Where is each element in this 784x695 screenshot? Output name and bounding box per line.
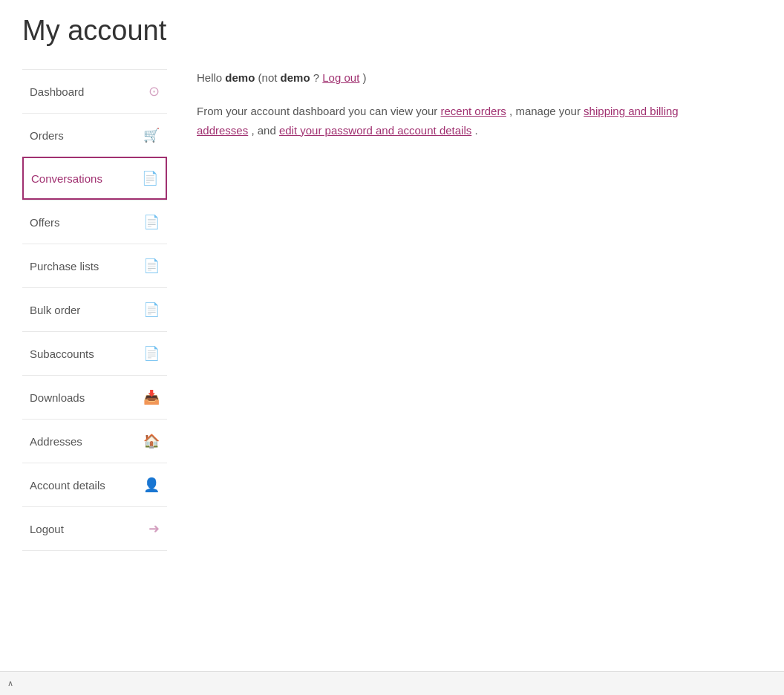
sidebar-item-subaccounts[interactable]: Subaccounts📄 (22, 331, 167, 375)
sidebar-item-account-details[interactable]: Account details👤 (22, 463, 167, 506)
greeting-text: Hello demo (not demo ? Log out ) (197, 69, 731, 87)
page-title: My account (0, 0, 784, 69)
desc-end: . (474, 124, 477, 137)
sidebar-icon-logout: ➜ (148, 521, 160, 537)
desc-before: From your account dashboard you can view… (197, 105, 441, 117)
sidebar-label-bulk-order: Bulk order (30, 304, 143, 316)
username-bold: demo (225, 71, 255, 84)
sidebar-item-dashboard[interactable]: Dashboard⊙ (22, 69, 167, 113)
sidebar-icon-orders: 🛒 (143, 127, 160, 143)
sidebar-icon-offers: 📄 (143, 214, 160, 230)
sidebar-label-account-details: Account details (30, 479, 143, 492)
sidebar-item-logout[interactable]: Logout➜ (22, 506, 167, 551)
sidebar-icon-purchase-lists: 📄 (143, 258, 160, 274)
sidebar-label-offers: Offers (30, 216, 143, 229)
sidebar-icon-addresses: 🏠 (143, 433, 160, 449)
sidebar-label-addresses: Addresses (30, 435, 143, 448)
username2-bold: demo (281, 71, 310, 84)
sidebar-icon-account-details: 👤 (143, 477, 160, 493)
layout: Dashboard⊙Orders🛒Conversations📄Offers📄Pu… (0, 69, 784, 581)
sidebar-label-conversations: Conversations (31, 172, 142, 185)
sidebar-label-logout: Logout (30, 523, 148, 535)
sidebar-icon-conversations: 📄 (142, 170, 158, 186)
sidebar-label-downloads: Downloads (30, 391, 143, 404)
sidebar: Dashboard⊙Orders🛒Conversations📄Offers📄Pu… (0, 69, 167, 551)
question-mark: ? (313, 71, 323, 84)
recent-orders-link[interactable]: recent orders (441, 105, 506, 117)
closing-paren: ) (362, 71, 366, 84)
desc-middle: , manage your (509, 105, 584, 117)
sidebar-label-dashboard: Dashboard (30, 85, 148, 98)
not-text: (not (258, 71, 281, 84)
sidebar-icon-subaccounts: 📄 (143, 345, 160, 362)
description-text: From your account dashboard you can view… (197, 102, 731, 140)
desc-and: , and (251, 124, 279, 137)
sidebar-label-subaccounts: Subaccounts (30, 348, 143, 360)
sidebar-item-conversations[interactable]: Conversations📄 (22, 157, 167, 200)
sidebar-item-downloads[interactable]: Downloads📥 (22, 375, 167, 419)
sidebar-icon-bulk-order: 📄 (143, 301, 160, 318)
logout-link[interactable]: Log out (322, 71, 359, 84)
sidebar-item-purchase-lists[interactable]: Purchase lists📄 (22, 244, 167, 287)
sidebar-item-offers[interactable]: Offers📄 (22, 200, 167, 244)
sidebar-icon-dashboard: ⊙ (148, 83, 160, 99)
sidebar-item-bulk-order[interactable]: Bulk order📄 (22, 287, 167, 331)
sidebar-label-orders: Orders (30, 129, 143, 142)
sidebar-icon-downloads: 📥 (143, 389, 160, 405)
sidebar-item-addresses[interactable]: Addresses🏠 (22, 419, 167, 463)
sidebar-label-purchase-lists: Purchase lists (30, 260, 143, 273)
password-link[interactable]: edit your password and account details (279, 124, 471, 137)
sidebar-item-orders[interactable]: Orders🛒 (22, 113, 167, 157)
main-content: Hello demo (not demo ? Log out ) From yo… (167, 69, 761, 551)
